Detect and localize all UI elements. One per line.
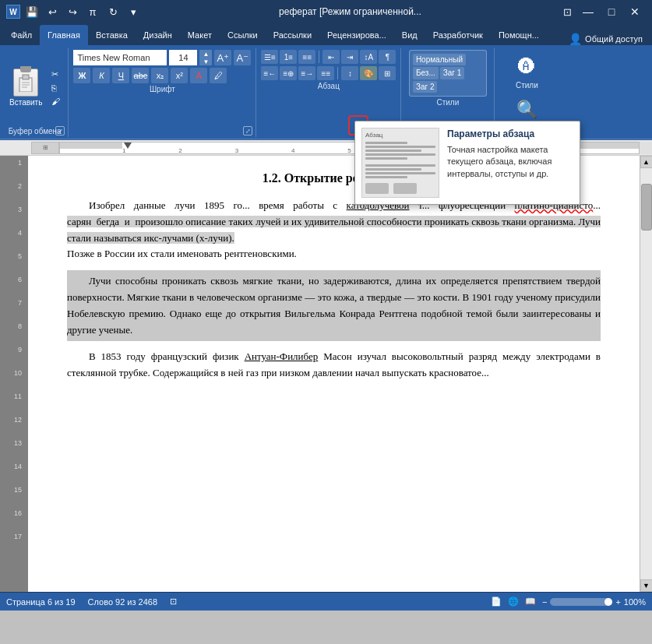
tab-design[interactable]: Дизайн <box>136 25 180 45</box>
view-print-button[interactable]: 📄 <box>491 596 502 607</box>
zoom-out-button[interactable]: − <box>542 597 547 607</box>
style-normal[interactable]: Нормальный <box>413 54 466 65</box>
paste-button[interactable]: Вставить <box>6 50 45 125</box>
tab-help[interactable]: Помощн... <box>491 25 547 45</box>
underline-button[interactable]: Ч <box>112 68 129 83</box>
shading-button[interactable]: 🎨 <box>360 66 377 80</box>
margin-num-16: 16 <box>14 510 25 517</box>
tooltip-title: Параметры абзаца <box>447 128 573 141</box>
more-button[interactable]: ▾ <box>125 3 142 20</box>
view-read-button[interactable]: 📖 <box>525 596 536 607</box>
paragraph-3[interactable]: В 1853 году французский физик Антуан-Фил… <box>67 349 601 382</box>
paste-icon <box>13 69 38 97</box>
font-size-increase-button[interactable]: ▲ <box>199 50 212 58</box>
close-button[interactable]: ✕ <box>624 3 646 20</box>
superscript-button[interactable]: x² <box>171 68 188 83</box>
line-spacing-button[interactable]: ↕ <box>341 66 358 80</box>
tooltip-description: Точная настройка макета текущего абзаца,… <box>447 144 573 180</box>
align-justify-button[interactable]: ≡≡ <box>317 66 334 80</box>
tab-developer[interactable]: Разработчик <box>425 25 491 45</box>
tab-layout[interactable]: Макет <box>180 25 220 45</box>
tab-file[interactable]: Файл <box>3 25 40 45</box>
paragraph-1[interactable]: Изобрел данные лучи 1895 го... время раб… <box>67 198 601 262</box>
search-icon: 🔍 <box>513 96 541 124</box>
clipboard-expand-icon[interactable]: ⤢ <box>55 126 65 135</box>
paragraph-2[interactable]: Лучи способны проникать сквозь мягкие тк… <box>67 270 601 341</box>
shrink-font-button[interactable]: A⁻ <box>234 50 251 65</box>
zoom-slider[interactable] <box>550 598 612 606</box>
margin-num-8: 8 <box>18 323 25 330</box>
svg-rect-1 <box>23 75 29 79</box>
pi-button[interactable]: π <box>84 3 101 20</box>
clipboard-label: Буфер обмена <box>9 127 62 135</box>
show-formatting-button[interactable]: ¶ <box>379 50 396 64</box>
style-no-spacing[interactable]: Без... <box>413 67 439 79</box>
strikethrough-button[interactable]: abc <box>132 68 149 83</box>
view-web-button[interactable]: 🌐 <box>508 596 519 607</box>
clipboard-group: Вставить ✂ ⎘ 🖌 Буфер обмена ⤢ <box>2 48 69 137</box>
indent-marker-left[interactable] <box>124 143 132 149</box>
zoom-in-button[interactable]: + <box>615 597 620 607</box>
title-bar-left: W 💾 ↩ ↪ π ↻ ▾ <box>6 3 142 20</box>
margin-num-10: 10 <box>14 370 25 377</box>
tab-view[interactable]: Вид <box>394 25 425 45</box>
scroll-up-button[interactable]: ▲ <box>640 156 653 168</box>
scroll-bar: ▲ ▼ <box>640 156 652 592</box>
font-name-input[interactable] <box>73 50 167 65</box>
zoom-control: − + 100% <box>542 597 646 607</box>
styles-box[interactable]: Нормальный Без... Заг 1 Заг 2 <box>409 50 487 97</box>
scroll-down-button[interactable]: ▼ <box>640 579 653 592</box>
align-right-button[interactable]: ≡→ <box>298 66 315 80</box>
align-left-button[interactable]: ≡← <box>261 66 278 80</box>
styles-big-button[interactable]: 🅐 Стили <box>499 50 554 93</box>
format-painter-button[interactable]: 🖌 <box>48 95 63 107</box>
sort-button[interactable]: ↕A <box>360 50 377 64</box>
multilevel-list-button[interactable]: ≡≡ <box>298 50 315 64</box>
maximize-button[interactable]: □ <box>601 3 622 20</box>
increase-indent-button[interactable]: ⇥ <box>341 50 358 64</box>
ribbon-tabs: Файл Главная Вставка Дизайн Макет Ссылки… <box>0 23 652 45</box>
margin-num-3: 3 <box>18 206 25 213</box>
margin-num-15: 15 <box>14 487 25 494</box>
italic-button[interactable]: К <box>93 68 110 83</box>
borders-button[interactable]: ⊞ <box>379 66 396 80</box>
bold-button[interactable]: Ж <box>73 68 90 83</box>
align-center-button[interactable]: ≡⊕ <box>280 66 297 80</box>
rotate-button[interactable]: ↻ <box>104 3 122 20</box>
cut-button[interactable]: ✂ <box>48 68 63 81</box>
tab-insert[interactable]: Вставка <box>88 25 136 45</box>
highlight-button[interactable]: 🖊 <box>210 68 227 83</box>
style-heading1[interactable]: Заг 1 <box>440 67 465 79</box>
decrease-indent-button[interactable]: ⇤ <box>322 50 340 64</box>
quick-access-toolbar: 💾 ↩ ↪ π ↻ ▾ <box>23 3 142 20</box>
share-button[interactable]: 👤 Общий доступ <box>562 33 649 45</box>
subscript-button[interactable]: x₂ <box>151 68 168 83</box>
redo-button[interactable]: ↪ <box>64 3 81 20</box>
clipboard-small-buttons: ✂ ⎘ 🖌 <box>48 50 63 125</box>
tab-refs[interactable]: Ссылки <box>220 25 266 45</box>
font-size-adjuster: ▲ ▼ <box>199 50 212 65</box>
tab-mailings[interactable]: Рассылки <box>266 25 319 45</box>
font-expand-icon[interactable]: ⤢ <box>243 126 252 135</box>
tab-review[interactable]: Рецензирова... <box>319 25 394 45</box>
grow-font-button[interactable]: A⁺ <box>214 50 231 65</box>
left-margin: 1 2 3 4 5 6 7 8 9 10 11 12 13 14 15 16 1… <box>0 156 28 592</box>
copy-button[interactable]: ⎘ <box>48 82 63 94</box>
tab-home[interactable]: Главная <box>40 25 88 45</box>
link-philliber: Антуан-Филибер <box>245 350 319 362</box>
undo-button[interactable]: ↩ <box>44 3 61 20</box>
ruler-corner[interactable]: ⊞ <box>31 142 59 154</box>
bullet-list-button[interactable]: ☰≡ <box>261 50 278 64</box>
margin-num-4: 4 <box>18 230 25 237</box>
expand-icon[interactable]: ⊡ <box>559 3 576 20</box>
scroll-thumb[interactable] <box>641 184 652 231</box>
save-button[interactable]: 💾 <box>23 3 41 20</box>
minimize-button[interactable]: — <box>577 3 599 20</box>
style-heading2[interactable]: Заг 2 <box>413 81 438 93</box>
margin-num-2: 2 <box>18 183 25 190</box>
font-size-input[interactable] <box>169 50 197 65</box>
font-size-decrease-button[interactable]: ▼ <box>199 58 212 65</box>
text-color-button[interactable]: A <box>190 68 207 83</box>
scroll-track[interactable] <box>640 168 653 579</box>
numbered-list-button[interactable]: 1≡ <box>280 50 297 64</box>
